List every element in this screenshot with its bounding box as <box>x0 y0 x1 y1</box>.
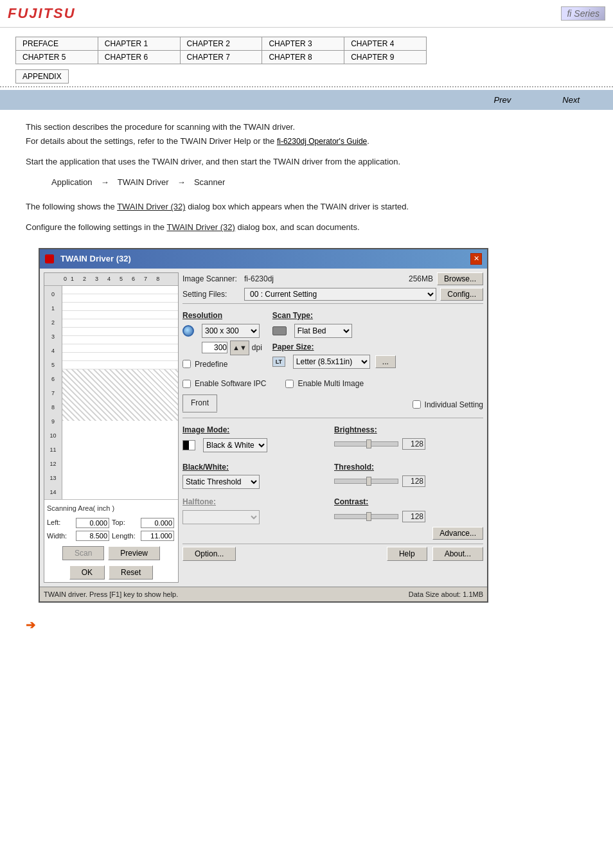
threshold-header: Threshold: <box>334 461 483 474</box>
halftone-select <box>182 510 260 524</box>
scan-type-section: Scan Type: Flat Bed Paper Size: LT Lette… <box>272 306 396 372</box>
setting-files-select[interactable]: 00 : Current Setting <box>244 288 436 301</box>
bw-icon <box>182 440 195 450</box>
top-input[interactable] <box>141 518 174 528</box>
front-tab[interactable]: Front <box>182 394 217 411</box>
scanner-row: Image Scanner: fi-6230dj 256MB Browse... <box>182 272 483 285</box>
brightness-value: 128 <box>402 438 425 450</box>
image-mode-row: Black & White <box>182 438 332 452</box>
predefine-checkbox[interactable] <box>182 360 191 368</box>
tabs-row: Front Individual Setting <box>182 394 483 414</box>
about-button[interactable]: About... <box>432 547 483 561</box>
preview-area: 0 1 2 3 4 5 6 7 8 9 10 11 12 13 <box>44 286 178 499</box>
status-text: TWAIN driver. Press [F1] key to show hel… <box>44 589 178 601</box>
twain-left-panel: 0 1 2 3 4 5 6 7 8 0 1 2 3 <box>44 272 179 583</box>
main-content: This section describes the procedure for… <box>0 110 613 652</box>
dpi-row: ▲▼ dpi <box>202 341 262 355</box>
nav-chapter1[interactable]: CHAPTER 1 <box>98 37 180 51</box>
length-input[interactable] <box>141 531 174 541</box>
paper-size-select[interactable]: Letter (8.5x11in) <box>293 355 370 369</box>
setting-files-label: Setting Files: <box>182 288 240 301</box>
resolution-section: Resolution 300 x 300 ▲▼ dpi <box>182 306 262 372</box>
enable-ipc-row: Enable Software IPC <box>182 377 266 390</box>
contrast-row: 128 <box>334 511 483 522</box>
lt-icon: LT <box>272 357 285 367</box>
predefine-label: Predefine <box>195 358 227 371</box>
prev-button[interactable]: Prev <box>468 93 537 107</box>
brightness-slider[interactable] <box>334 441 398 447</box>
fi-series-logo: fi Series <box>561 6 605 21</box>
data-size: Data Size about: 1.1MB <box>409 589 483 601</box>
scan-type-select[interactable]: Flat Bed <box>294 324 352 338</box>
scan-fields: Left: Top: Width: Length: <box>44 515 178 543</box>
scan-area-label: Scanning Area( inch ) <box>44 499 178 516</box>
scan-preview-btns: Scan Preview <box>44 544 178 563</box>
length-label: Length: <box>112 530 139 542</box>
twain-icon <box>45 254 54 263</box>
orange-arrow-section: ➔ <box>26 616 587 635</box>
bottom-buttons: Option... Help About... <box>182 544 483 561</box>
nav-chapter6[interactable]: CHAPTER 6 <box>98 51 180 64</box>
nav-chapter9[interactable]: CHAPTER 9 <box>344 51 427 64</box>
individual-setting-row: Individual Setting <box>413 398 483 411</box>
preview-button[interactable]: Preview <box>108 546 160 560</box>
advance-button[interactable]: Advance... <box>432 527 483 540</box>
dpi-input[interactable] <box>202 342 227 353</box>
ok-reset-btns: OK Reset <box>44 563 178 582</box>
nav-appendix[interactable]: APPENDIX <box>15 69 69 84</box>
resolution-select-row: 300 x 300 <box>182 324 262 338</box>
prev-next-bar: Prev Next <box>0 90 613 110</box>
threshold-slider[interactable] <box>334 479 398 484</box>
twain-dialog: TWAIN Driver (32) ✕ 0 1 2 3 4 5 6 7 8 <box>39 248 488 603</box>
width-input[interactable] <box>76 531 109 541</box>
help-button[interactable]: Help <box>387 547 427 561</box>
contrast-header: Contrast: <box>334 495 483 508</box>
nav-chapter7[interactable]: CHAPTER 7 <box>180 51 262 64</box>
black-white-section: Black/White: Static Threshold <box>182 458 332 489</box>
halftone-contrast-section: Halftone: Contrast: 128 <box>182 493 483 524</box>
next-button[interactable]: Next <box>537 93 605 107</box>
individual-setting-label: Individual Setting <box>425 398 483 411</box>
browse-button[interactable]: Browse... <box>437 272 483 285</box>
ok-button[interactable]: OK <box>69 565 105 580</box>
nav-chapter3[interactable]: CHAPTER 3 <box>262 37 344 51</box>
nav-chapter8[interactable]: CHAPTER 8 <box>262 51 344 64</box>
preview-canvas <box>62 286 178 499</box>
contrast-slider[interactable] <box>334 514 398 519</box>
config-button[interactable]: Config... <box>440 288 483 301</box>
nav-preface[interactable]: PREFACE <box>16 37 98 51</box>
bw-threshold-section: Black/White: Static Threshold Threshold:… <box>182 458 483 489</box>
enable-ipc-checkbox[interactable] <box>182 380 191 388</box>
enable-ipc-label: Enable Software IPC <box>195 377 266 390</box>
left-input[interactable] <box>76 518 109 528</box>
nav-chapter4[interactable]: CHAPTER 4 <box>344 37 427 51</box>
paper-size-btn[interactable]: ... <box>375 355 396 368</box>
paper-size-row: LT Letter (8.5x11in) ... <box>272 355 396 369</box>
tab-bar: Front <box>182 394 217 412</box>
status-bar: TWAIN driver. Press [F1] key to show hel… <box>40 587 487 602</box>
dpi-stepper[interactable]: ▲▼ <box>230 341 249 355</box>
enable-multi-checkbox[interactable] <box>285 380 294 388</box>
orange-arrow-icon: ➔ <box>26 616 35 635</box>
reset-button[interactable]: Reset <box>109 565 153 580</box>
twain-titlebar: TWAIN Driver (32) ✕ <box>40 249 487 269</box>
nav-chapter2[interactable]: CHAPTER 2 <box>180 37 262 51</box>
left-field-row: Left: <box>47 517 111 529</box>
resolution-select[interactable]: 300 x 300 <box>202 324 260 338</box>
option-button[interactable]: Option... <box>182 547 236 561</box>
nav-chapter5[interactable]: CHAPTER 5 <box>16 51 98 64</box>
appendix-row: APPENDIX <box>15 69 598 84</box>
twain-body: 0 1 2 3 4 5 6 7 8 0 1 2 3 <box>40 269 487 587</box>
black-white-header: Black/White: <box>182 461 332 474</box>
black-white-select[interactable]: Static Threshold <box>182 475 260 489</box>
arrow1: → <box>101 175 109 190</box>
twain-close-button[interactable]: ✕ <box>470 253 482 265</box>
resolution-header: Resolution <box>182 309 262 322</box>
halftone-header: Halftone: <box>182 495 332 508</box>
individual-setting-checkbox[interactable] <box>413 400 421 409</box>
image-mode-select[interactable]: Black & White <box>203 438 267 452</box>
section-reference: fi-6230dj Operator's Guide <box>277 137 367 146</box>
image-mode-section: Image Mode: Black & White <box>182 421 332 454</box>
paper-size-header: Paper Size: <box>272 341 396 353</box>
brightness-section: Brightness: 128 <box>334 421 483 454</box>
